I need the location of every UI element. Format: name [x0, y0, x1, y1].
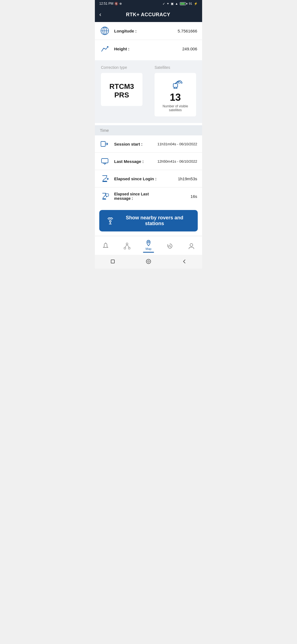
correction-type-card: Correction type RTCM3 PRS [97, 62, 146, 121]
satellite-count: 13 [170, 92, 181, 103]
coordinates-section: Longitude : 5.7561666 Height : 249.006 [95, 22, 202, 58]
svg-point-33 [148, 261, 149, 262]
mute-icon: 🔇 [114, 2, 118, 6]
svg-point-30 [190, 244, 193, 246]
svg-rect-22 [126, 243, 128, 245]
session-start-value: 11h31m04s - 06/10/2022 [157, 142, 197, 146]
back-button[interactable]: ‹ [99, 11, 103, 18]
last-message-label: Last Message : [114, 159, 153, 164]
nav-notifications[interactable] [95, 241, 116, 251]
satellites-inner: 13 Number of visible satellites [155, 73, 196, 116]
history-icon [166, 242, 174, 250]
elapsed-login-label: Elapsed since Login : [114, 176, 174, 181]
bell-icon [102, 242, 109, 250]
satellite-signal-icon [169, 77, 182, 89]
bluetooth-icon: ✦ [167, 2, 169, 6]
svg-rect-4 [173, 84, 178, 87]
height-label: Height : [114, 47, 178, 51]
correction-type-title: Correction type [101, 65, 142, 70]
nodes-icon [123, 242, 131, 250]
battery-percent: 91 [189, 2, 192, 5]
elapsed-last-label: Elapsed since Last [114, 192, 186, 196]
system-nav-bar [95, 255, 202, 269]
bottom-navigation: Map [95, 236, 202, 255]
svg-rect-24 [128, 247, 130, 249]
status-time: 12:51 PM 🔇 ⊕ [99, 2, 122, 6]
nav-nodes[interactable] [116, 241, 138, 251]
status-bar: 12:51 PM 🔇 ⊕ ➶ ✦ ▣ ▲ 91 ⚡ [95, 0, 202, 7]
nav-profile[interactable] [181, 241, 202, 251]
correction-type-inner: RTCM3 PRS [101, 73, 142, 106]
longitude-value: 5.7561666 [178, 29, 197, 33]
map-active-indicator [143, 252, 154, 253]
correction-type-value: RTCM3 PRS [104, 82, 139, 99]
antenna-icon [106, 216, 115, 225]
battery-icon [180, 2, 187, 5]
height-icon [100, 44, 110, 53]
elapsed-last-value: 16s [191, 194, 197, 199]
main-content: Longitude : 5.7561666 Height : 249.006 C… [95, 22, 202, 236]
svg-rect-8 [101, 141, 105, 146]
map-icon [145, 239, 152, 247]
svg-point-27 [148, 241, 149, 243]
elapsed-login-row: Elapsed since Login : 1h19m53s [95, 170, 202, 187]
height-value: 249.006 [182, 47, 197, 51]
longitude-label: Longitude : [114, 29, 173, 33]
elapsed-login-icon [100, 174, 110, 183]
nav-history[interactable] [159, 241, 181, 251]
session-start-row: Session start : 11h31m04s - 06/10/2022 [95, 135, 202, 153]
svg-rect-10 [101, 159, 108, 163]
longitude-icon [100, 26, 110, 35]
page-title: RTK+ ACCURACY [107, 12, 198, 18]
show-nearby-label: Show nearby rovers and stations [118, 215, 191, 227]
satellite-label: Number of visible satellites [158, 104, 193, 112]
satellites-card: Satellites 13 Number of visible satellit… [151, 62, 200, 121]
time-section-header: Time [95, 125, 202, 135]
show-nearby-button[interactable]: Show nearby rovers and stations [99, 210, 198, 231]
elapsed-last-row: Elapsed since Last message : 16s [95, 187, 202, 205]
time-display: 12:51 PM [99, 2, 113, 6]
svg-rect-16 [106, 194, 109, 196]
wifi-signal-icon: ▲ [175, 2, 178, 5]
last-message-icon [100, 157, 110, 165]
svg-line-25 [125, 245, 127, 247]
svg-rect-23 [124, 247, 126, 249]
svg-rect-31 [111, 260, 114, 263]
session-start-label: Session start : [114, 142, 153, 146]
profile-icon [188, 242, 195, 250]
svg-line-29 [170, 246, 171, 247]
sys-back-button[interactable] [180, 258, 188, 265]
elapsed-last-label2: message : [114, 196, 186, 201]
nav-map[interactable]: Map [138, 238, 159, 254]
sys-square-button[interactable] [109, 258, 117, 265]
cards-row: Correction type RTCM3 PRS Satellites [95, 60, 202, 123]
time-section: Time Session start : 11h31m04s - 06/10/2… [95, 125, 202, 205]
svg-point-32 [146, 259, 151, 264]
charging-icon: ⚡ [194, 2, 198, 6]
svg-line-26 [127, 245, 129, 247]
location-icon: ⊕ [119, 2, 122, 6]
last-message-value: 12h50m41s - 06/10/2022 [157, 159, 197, 163]
longitude-row: Longitude : 5.7561666 [95, 22, 202, 40]
map-label: Map [145, 247, 151, 250]
status-right: ➶ ✦ ▣ ▲ 91 ⚡ [163, 2, 198, 6]
height-row: Height : 249.006 [95, 40, 202, 58]
satellites-title: Satellites [155, 65, 196, 70]
session-start-icon [100, 140, 110, 148]
arrow-icon: ➶ [163, 2, 165, 6]
sys-home-button[interactable] [145, 258, 152, 265]
header: ‹ RTK+ ACCURACY [95, 7, 202, 22]
sim-icon: ▣ [171, 2, 174, 6]
elapsed-login-value: 1h19m53s [178, 176, 197, 181]
elapsed-last-icon [100, 192, 110, 200]
last-message-row: Last Message : 12h50m41s - 06/10/2022 [95, 153, 202, 170]
